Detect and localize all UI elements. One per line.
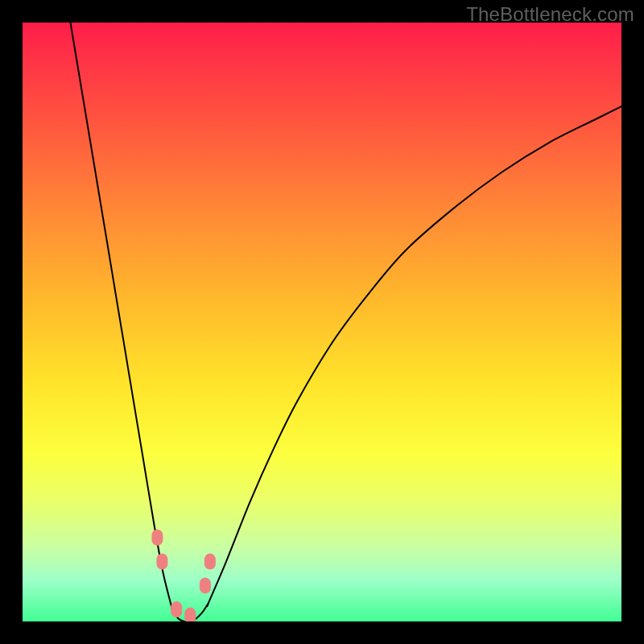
marker-floor-marker-left (171, 601, 182, 617)
marker-left-marker-upper (151, 530, 163, 546)
plot-area (23, 23, 621, 621)
marker-right-marker-upper (204, 554, 216, 570)
outer-frame: TheBottleneck.com (0, 0, 644, 644)
marker-floor-marker-mid (184, 608, 196, 621)
curve-layer (23, 23, 621, 621)
marker-left-marker-lower (156, 554, 167, 570)
marker-right-marker-lower (200, 577, 211, 593)
